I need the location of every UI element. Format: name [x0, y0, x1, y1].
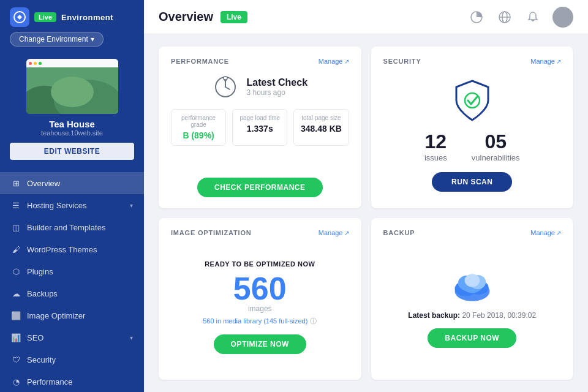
- pie-chart-icon[interactable]: [468, 9, 485, 26]
- sidebar-item-performance[interactable]: ◔ Performance: [0, 371, 144, 392]
- vuln-label: vulnerabilities: [472, 153, 520, 162]
- sidebar-item-label: Image Optimizer: [27, 311, 85, 320]
- header: Overview Live: [144, 0, 588, 34]
- header-live-badge: Live: [221, 11, 247, 23]
- latest-backup-info: Latest backup: 20 Feb 2018, 00:39:02: [408, 311, 536, 320]
- svg-point-22: [464, 274, 480, 287]
- seo-icon: 📊: [11, 333, 21, 342]
- svg-point-4: [51, 77, 94, 107]
- performance-content: Latest Check 3 hours ago performance gra…: [171, 74, 349, 197]
- external-link-icon: ↗: [556, 230, 561, 236]
- env-label: Environment: [61, 13, 113, 22]
- security-stats: 12 issues 05 vulnerabilities: [424, 130, 520, 162]
- run-scan-button[interactable]: RUN SCAN: [432, 172, 512, 192]
- cards-area: PERFORMANCE Manage ↗: [144, 34, 588, 392]
- security-card-title: SECURITY: [383, 58, 421, 65]
- nav-section: ⊞ Overview ☰ Hosting Services ▾ ◫ Builde…: [0, 167, 144, 392]
- backup-card: BACKUP Manage ↗: [371, 218, 574, 380]
- sidebar-item-label: WordPress Themes: [27, 245, 97, 254]
- sidebar: Live Environment Change Environment ▾ 👁 …: [0, 0, 144, 392]
- grid-icon: ⊞: [11, 178, 21, 188]
- shield-nav-icon: 🛡: [11, 355, 21, 364]
- image-icon: ⬜: [11, 311, 21, 320]
- website-card: 👁 W Tea House teahouse.10web.site EDIT W…: [0, 59, 144, 167]
- imgopt-card-header: IMAGE OPTIMIZATION Manage ↗: [171, 229, 349, 236]
- sidebar-item-label: Performance: [27, 377, 72, 386]
- performance-card-title: PERFORMANCE: [171, 58, 229, 65]
- change-env-button[interactable]: Change Environment ▾: [10, 32, 104, 47]
- image-count: 560: [233, 273, 287, 304]
- latest-check-label: Latest Check: [246, 77, 307, 88]
- backup-card-title: BACKUP: [383, 229, 415, 236]
- external-link-icon: ↗: [344, 58, 349, 65]
- website-name: Tea House: [49, 119, 95, 129]
- sidebar-item-hosting[interactable]: ☰ Hosting Services ▾: [0, 194, 144, 216]
- external-link-icon: ↗: [556, 58, 561, 65]
- security-card: SECURITY Manage ↗ 12: [371, 47, 574, 208]
- imgopt-card-title: IMAGE OPTIMIZATION: [171, 229, 252, 236]
- backup-manage-link[interactable]: Manage ↗: [530, 229, 561, 236]
- issues-count: 12: [425, 130, 447, 153]
- latest-check-text: Latest Check 3 hours ago: [246, 77, 307, 97]
- logo-area: Live Environment: [10, 7, 134, 27]
- sidebar-item-label: Security: [27, 355, 56, 364]
- performance-manage-link[interactable]: Manage ↗: [318, 58, 349, 65]
- sidebar-item-wordpress-themes[interactable]: 🖌 WordPress Themes: [0, 238, 144, 260]
- metric-load-value: 1.337s: [239, 124, 281, 134]
- shield-icon: [451, 79, 494, 122]
- cloud-icon: [448, 266, 497, 303]
- sidebar-item-label: Backups: [27, 289, 58, 298]
- vuln-count: 05: [484, 130, 507, 153]
- performance-metrics: performance grade B (89%) page load time…: [171, 109, 349, 146]
- sidebar-item-security[interactable]: 🛡 Security: [0, 349, 144, 371]
- backup-now-button[interactable]: BACKUP NOW: [428, 328, 516, 348]
- imgopt-manage-link[interactable]: Manage ↗: [318, 229, 349, 236]
- external-link-icon: ↗: [344, 230, 349, 236]
- svg-point-9: [560, 13, 565, 18]
- sidebar-item-label: SEO: [27, 333, 43, 342]
- backup-content: Latest backup: 20 Feb 2018, 00:39:02 BAC…: [383, 245, 562, 369]
- app-logo[interactable]: [10, 7, 29, 27]
- security-manage-link[interactable]: Manage ↗: [530, 58, 561, 65]
- svg-line-12: [225, 87, 230, 89]
- paintbrush-icon: 🖌: [11, 244, 21, 254]
- metric-grade: performance grade B (89%): [171, 109, 226, 146]
- images-label: images: [248, 304, 272, 313]
- sidebar-item-overview[interactable]: ⊞ Overview: [0, 172, 144, 194]
- edit-website-button[interactable]: EDIT WEBSITE: [10, 143, 134, 160]
- check-performance-button[interactable]: CHECK PERFORMANCE: [197, 178, 323, 197]
- bell-icon[interactable]: [524, 9, 541, 26]
- issues-stat: 12 issues: [424, 130, 447, 162]
- vulnerabilities-stat: 05 vulnerabilities: [472, 130, 520, 162]
- clock-icon: [212, 74, 239, 100]
- info-icon: ⓘ: [310, 317, 317, 326]
- sidebar-item-image-optimizer[interactable]: ⬜ Image Optimizer: [0, 304, 144, 326]
- metric-size-label: total page size: [300, 115, 342, 121]
- security-content: 12 issues 05 vulnerabilities RUN SCAN: [383, 74, 562, 197]
- live-badge: Live: [34, 12, 56, 22]
- image-optimization-card: IMAGE OPTIMIZATION Manage ↗ READY TO BE …: [159, 218, 361, 380]
- globe-icon[interactable]: [496, 9, 513, 26]
- page-title: Overview: [159, 10, 213, 24]
- imgopt-content: READY TO BE OPTIMIZED NOW 560 images 560…: [171, 245, 349, 369]
- chevron-down-icon: ▾: [91, 35, 94, 43]
- chevron-right-icon: ▾: [130, 334, 133, 341]
- sidebar-top: Live Environment Change Environment ▾: [0, 0, 144, 59]
- performance-card: PERFORMANCE Manage ↗: [159, 47, 361, 208]
- latest-check-row: Latest Check 3 hours ago: [212, 74, 307, 100]
- user-avatar[interactable]: [552, 7, 573, 28]
- backup-icon: ☁: [11, 288, 21, 298]
- main-content: Overview Live: [144, 0, 588, 392]
- metric-load-time: page load time 1.337s: [232, 109, 287, 146]
- metric-grade-value: B (89%): [178, 130, 219, 140]
- metric-size-value: 348.48 KB: [300, 124, 342, 134]
- ready-label: READY TO BE OPTIMIZED NOW: [205, 260, 315, 268]
- performance-card-header: PERFORMANCE Manage ↗: [171, 58, 349, 65]
- performance-icon: ◔: [11, 377, 21, 386]
- optimize-now-button[interactable]: OPTIMIZE NOW: [214, 334, 306, 354]
- sidebar-item-plugins[interactable]: ⬡ Plugins: [0, 260, 144, 282]
- sidebar-item-builder[interactable]: ◫ Builder and Templates: [0, 216, 144, 238]
- sidebar-item-backups[interactable]: ☁ Backups: [0, 282, 144, 304]
- issues-label-text: issues: [424, 153, 447, 162]
- sidebar-item-seo[interactable]: 📊 SEO ▾: [0, 326, 144, 349]
